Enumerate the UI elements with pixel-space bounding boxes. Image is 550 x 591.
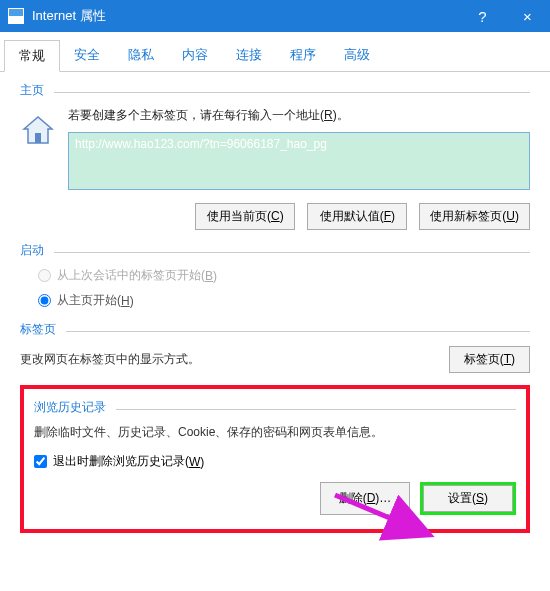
history-settings-button[interactable]: 设置(S): [423, 485, 513, 512]
watermark-text: 大地系统: [498, 560, 550, 577]
delete-on-exit-input[interactable]: [34, 455, 47, 468]
tab-advanced[interactable]: 高级: [330, 40, 384, 71]
internet-options-icon: [8, 8, 24, 24]
history-highlight-box: 浏览历史记录 删除临时文件、历史记录、Cookie、保存的密码和网页表单信息。 …: [20, 385, 530, 533]
delete-history-button[interactable]: 删除(D)…: [320, 482, 410, 515]
startup-last-session-input[interactable]: [38, 269, 51, 282]
close-button[interactable]: ×: [505, 0, 550, 32]
startup-last-session-radio[interactable]: 从上次会话中的标签页开始(B): [38, 267, 530, 284]
tabs-settings-button[interactable]: 标签页(T): [449, 346, 530, 373]
svg-rect-0: [35, 133, 41, 143]
home-icon: [20, 111, 56, 147]
tab-programs[interactable]: 程序: [276, 40, 330, 71]
use-current-page-button[interactable]: 使用当前页(C): [195, 203, 295, 230]
titlebar: Internet 属性 ? ×: [0, 0, 550, 32]
startup-group-label: 启动: [20, 242, 530, 259]
divider: [54, 92, 530, 93]
homepage-group-label: 主页: [20, 82, 530, 99]
tabs-description: 更改网页在标签页中的显示方式。: [20, 351, 449, 368]
homepage-group: 主页 若要创建多个主标签页，请在每行输入一个地址(R)。 使用当前页(C) 使用…: [20, 82, 530, 230]
tab-strip: 常规 安全 隐私 内容 连接 程序 高级: [0, 32, 550, 72]
delete-on-exit-checkbox[interactable]: 退出时删除浏览历史记录(W): [34, 453, 516, 470]
tabs-group: 标签页 更改网页在标签页中的显示方式。 标签页(T): [20, 321, 530, 373]
settings-highlight-box: 设置(S): [420, 482, 516, 515]
tab-connections[interactable]: 连接: [222, 40, 276, 71]
tabs-group-label: 标签页: [20, 321, 530, 338]
watermark-logo-icon: [458, 551, 492, 585]
tab-privacy[interactable]: 隐私: [114, 40, 168, 71]
tab-security[interactable]: 安全: [60, 40, 114, 71]
tab-general[interactable]: 常规: [4, 40, 60, 72]
startup-homepage-radio[interactable]: 从主页开始(H): [38, 292, 530, 309]
history-group-label: 浏览历史记录: [34, 399, 516, 416]
use-new-tab-button[interactable]: 使用新标签页(U): [419, 203, 530, 230]
startup-homepage-input[interactable]: [38, 294, 51, 307]
window-title: Internet 属性: [32, 7, 460, 25]
history-description: 删除临时文件、历史记录、Cookie、保存的密码和网页表单信息。: [34, 424, 516, 441]
homepage-prompt: 若要创建多个主标签页，请在每行输入一个地址(R)。: [68, 107, 530, 124]
help-button[interactable]: ?: [460, 0, 505, 32]
startup-group: 启动 从上次会话中的标签页开始(B) 从主页开始(H): [20, 242, 530, 309]
use-default-button[interactable]: 使用默认值(F): [307, 203, 407, 230]
tab-content[interactable]: 内容: [168, 40, 222, 71]
homepage-group-text: 主页: [20, 82, 44, 99]
homepage-url-field[interactable]: [68, 132, 530, 190]
general-panel: 主页 若要创建多个主标签页，请在每行输入一个地址(R)。 使用当前页(C) 使用…: [0, 72, 550, 533]
watermark: 大地系统: [458, 551, 550, 585]
